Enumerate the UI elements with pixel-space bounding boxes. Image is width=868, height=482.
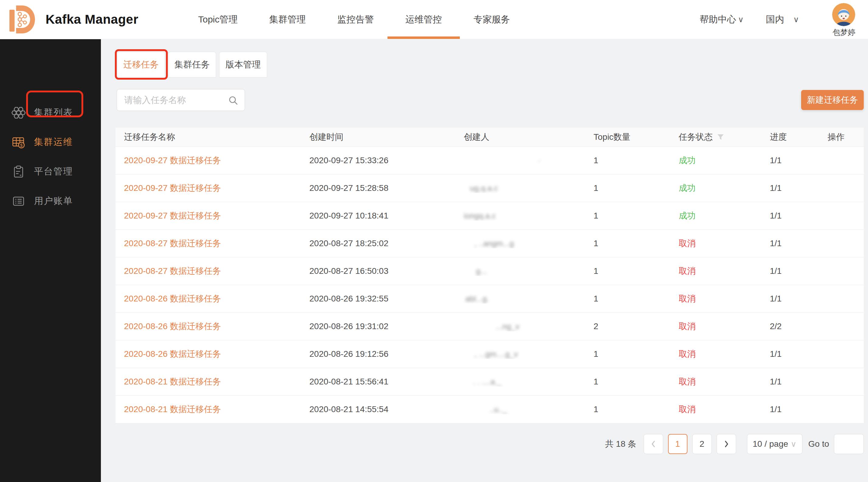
task-status: 成功 (670, 182, 761, 194)
task-status: 取消 (670, 293, 761, 304)
goto-page-input[interactable] (834, 434, 864, 454)
table-row: 2020-08-27 数据迁移任务 2020-08-27 16:50:03 g.… (116, 257, 864, 285)
tab-cluster-tasks[interactable]: 集群任务 (168, 52, 216, 77)
sidebar-item-label: 集群运维 (34, 136, 73, 148)
user-name: 包梦婷 (824, 27, 864, 37)
topic-count: 2 (585, 322, 670, 331)
sidebar-item-label: 平台管理 (34, 165, 73, 178)
main-content: 迁移任务 集群任务 版本管理 新建迁移任务 迁移任务名称 创建时间 创建人 To… (101, 39, 868, 482)
task-progress: 1/1 (761, 349, 819, 359)
goto-label: Go to (808, 439, 829, 449)
topic-count: 1 (585, 183, 670, 193)
topic-count: 1 (585, 349, 670, 359)
filter-icon[interactable] (717, 134, 724, 140)
next-page-button[interactable] (717, 434, 736, 454)
topic-count: 1 (585, 294, 670, 303)
sidebar-item-cluster-ops[interactable]: $ 集群运维 (0, 127, 101, 157)
search-input[interactable] (117, 89, 245, 110)
page-button-1[interactable]: 1 (668, 434, 687, 454)
task-name-link[interactable]: 2020-09-27 数据迁移任务 (124, 183, 221, 193)
create-time: 2020-09-27 15:33:26 (301, 156, 455, 165)
task-name-link[interactable]: 2020-08-26 数据迁移任务 (124, 322, 221, 331)
sidebar-item-user-billing[interactable]: 用户账单 (0, 186, 101, 216)
user-billing-icon (11, 194, 26, 208)
tab-bar: 迁移任务 集群任务 版本管理 (117, 52, 267, 77)
task-status: 取消 (670, 265, 761, 277)
task-name-link[interactable]: 2020-08-27 数据迁移任务 (124, 238, 221, 248)
create-time: 2020-08-26 19:12:56 (301, 349, 455, 359)
page-button-2[interactable]: 2 (692, 434, 712, 454)
top-header: Kafka Manager Topic管理 集群管理 监控告警 运维管控 专家服… (0, 0, 868, 39)
avatar[interactable] (832, 3, 855, 26)
nav-monitor-alert[interactable]: 监控告警 (337, 0, 374, 39)
task-name-link[interactable]: 2020-09-27 数据迁移任务 (124, 211, 221, 220)
topic-count: 1 (585, 377, 670, 387)
task-name-link[interactable]: 2020-09-27 数据迁移任务 (124, 156, 221, 165)
search-icon[interactable] (228, 95, 238, 105)
create-migration-task-button[interactable]: 新建迁移任务 (801, 90, 864, 110)
chevron-left-icon (650, 440, 656, 449)
creator-redacted: iongq.a.c (464, 211, 496, 221)
sidebar-item-cluster-list[interactable]: 集群列表 (0, 98, 101, 127)
create-time: 2020-09-27 15:28:58 (301, 183, 455, 193)
creator-redacted: ug,q.a.c (470, 184, 498, 193)
chevron-down-icon: ∨ (790, 440, 796, 449)
topic-count: 1 (585, 405, 670, 414)
chevron-down-icon: ∨ (793, 15, 799, 24)
creator-cell: , ...gm....g_v (455, 349, 585, 359)
task-status: 取消 (670, 404, 761, 415)
table-row: 2020-09-27 数据迁移任务 2020-09-27 15:33:26 · … (116, 147, 864, 174)
topic-count: 1 (585, 266, 670, 276)
creator-cell: ...ng_v (455, 322, 585, 331)
tab-version-manage[interactable]: 版本管理 (219, 52, 267, 77)
creator-redacted: ..u.._ (490, 405, 507, 414)
page-size-select[interactable]: 10 / page ∨ (747, 434, 802, 454)
col-action: 操作 (819, 131, 864, 143)
task-progress: 2/2 (761, 322, 819, 331)
task-name-link[interactable]: 2020-08-21 数据迁移任务 (124, 405, 221, 414)
prev-page-button[interactable] (644, 434, 663, 454)
task-name-link[interactable]: 2020-08-27 数据迁移任务 (124, 266, 221, 276)
task-name-link[interactable]: 2020-08-21 数据迁移任务 (124, 377, 221, 386)
create-time: 2020-09-27 10:18:41 (301, 211, 455, 221)
help-center-menu[interactable]: 帮助中心 ∨ (700, 0, 744, 39)
sidebar-item-platform-manage[interactable]: 平台管理 (0, 157, 101, 186)
nav-cluster-manage[interactable]: 集群管理 (269, 0, 306, 39)
page-size-label: 10 / page (753, 439, 788, 449)
task-name-link[interactable]: 2020-08-26 数据迁移任务 (124, 294, 221, 303)
table-row: 2020-08-26 数据迁移任务 2020-08-26 19:31:02 ..… (116, 313, 864, 341)
creator-cell: abl...g. (455, 294, 585, 303)
nav-expert-service[interactable]: 专家服务 (473, 0, 510, 39)
app-title: Kafka Manager (45, 0, 138, 39)
col-topic-count: Topic数量 (585, 131, 670, 143)
logo-icon (7, 4, 35, 35)
region-selector[interactable]: 国内 ∨ (766, 0, 799, 39)
creator-cell: . . ....a._ (455, 377, 585, 387)
task-status: 取消 (670, 376, 761, 387)
chevron-right-icon (723, 440, 730, 449)
tab-migration-tasks[interactable]: 迁移任务 (117, 52, 165, 77)
cluster-list-icon (11, 106, 26, 120)
create-time: 2020-08-27 18:25:02 (301, 238, 455, 248)
table-row: 2020-08-21 数据迁移任务 2020-08-21 14:55:54 ..… (116, 396, 864, 423)
task-progress: 1/1 (761, 183, 819, 193)
creator-cell: · (455, 156, 585, 165)
nav-topic-manage[interactable]: Topic管理 (198, 0, 238, 39)
col-creator: 创建人 (455, 131, 585, 143)
table-header: 迁移任务名称 创建时间 创建人 Topic数量 任务状态 进度 操作 (116, 128, 864, 147)
create-time: 2020-08-21 14:55:54 (301, 405, 455, 414)
col-task-name: 迁移任务名称 (116, 131, 301, 143)
table-row: 2020-08-21 数据迁移任务 2020-08-21 15:56:41 . … (116, 368, 864, 396)
platform-manage-icon (11, 165, 26, 179)
topic-count: 1 (585, 238, 670, 248)
col-progress: 进度 (761, 131, 819, 143)
task-progress: 1/1 (761, 377, 819, 387)
creator-cell: g... (455, 266, 585, 276)
table-row: 2020-08-26 数据迁移任务 2020-08-26 19:12:56 , … (116, 341, 864, 368)
nav-ops-control[interactable]: 运维管控 (405, 0, 442, 39)
col-task-status: 任务状态 (670, 131, 761, 143)
task-progress: 1/1 (761, 211, 819, 221)
task-name-link[interactable]: 2020-08-26 数据迁移任务 (124, 349, 221, 359)
create-time: 2020-08-26 19:31:02 (301, 322, 455, 331)
table-row: 2020-08-27 数据迁移任务 2020-08-27 18:25:02 , … (116, 230, 864, 257)
